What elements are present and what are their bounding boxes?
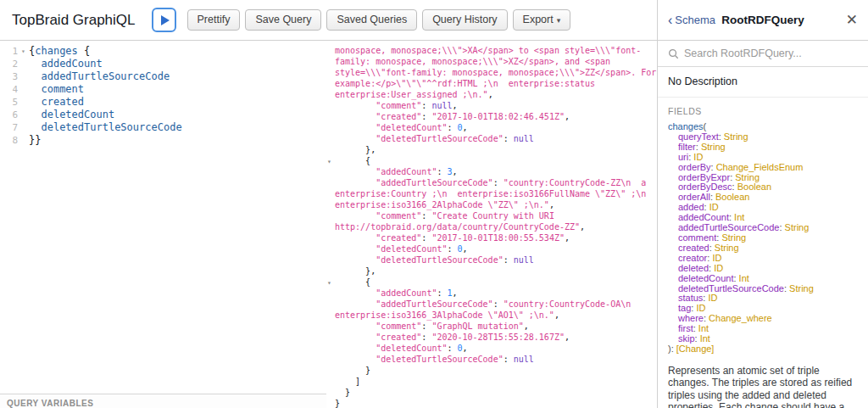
code-line: "deletedCount": 0, [328, 122, 657, 133]
doc-type-link[interactable]: Int [734, 212, 744, 222]
code-text: created [29, 96, 84, 109]
doc-type-link[interactable]: ID [696, 303, 705, 313]
prettify-button[interactable]: Prettify [187, 9, 241, 31]
query-variables-bar[interactable]: QUERY VARIABLES [0, 394, 326, 408]
code-line: "created": "2017-10-01T18:00:55.534Z", [328, 232, 657, 243]
code-line: enterprise:iso3166_2AlphaCode \"ZZ\" ;\n… [328, 199, 657, 210]
code-line: }, [328, 265, 657, 277]
code-text: }, [335, 145, 376, 154]
save-query-button[interactable]: Save Query [245, 9, 321, 31]
doc-arg-name: deletedTurtleSourceCode [678, 283, 784, 293]
code-text: enterprise:iso3166_2AlphaCode \"ZZ\" ;\n… [335, 200, 554, 210]
doc-type-link[interactable]: String [789, 283, 814, 293]
code-text: {changes { [29, 45, 90, 58]
doc-arg-name: addedTurtleSourceCode [678, 222, 779, 232]
main-column: TopBraid GraphiQL Prettify Save Query Sa… [0, 0, 657, 408]
code-line: }, [328, 144, 657, 155]
graphiql-app: TopBraid GraphiQL Prettify Save Query Sa… [0, 0, 868, 408]
code-line: "deletedTurtleSourceCode": null [328, 254, 657, 265]
code-text: example:</p>\"\"\"^^rdf:HTML ;\n enterpr… [335, 79, 595, 88]
docs-panel: ‹ Schema RootRDFQuery ✕ No Description F… [657, 0, 868, 408]
doc-type-link[interactable]: Boolean [715, 192, 749, 202]
execute-button[interactable] [152, 8, 176, 32]
fold-arrow-icon[interactable]: ▾ [18, 45, 29, 58]
code-line: family: monospace, monospace;\\\">XZ</sp… [328, 56, 657, 67]
code-line: enterprise:iso3166_3AlphaCode \"AO1\" ;\… [328, 310, 657, 321]
doc-field-name[interactable]: changes [668, 121, 704, 131]
query-history-button[interactable]: Query History [422, 9, 507, 31]
code-line: "deletedCount": 0, [328, 243, 657, 254]
doc-arg-name: orderByExpr [678, 172, 730, 182]
docs-body: No Description FIELDS changes(queryText:… [658, 67, 868, 408]
code-text: "comment": "Create Country with URI [335, 211, 554, 221]
code-line: style=\\\"font-family: monospace, monosp… [328, 67, 657, 78]
code-text: "deletedCount": 0, [335, 244, 468, 254]
doc-arg-name: comment [678, 232, 716, 243]
export-button[interactable]: Export▾ [513, 9, 571, 31]
doc-arg-name: where [678, 313, 704, 323]
doc-type-link[interactable]: ID [714, 263, 723, 273]
doc-arg-name: created [678, 243, 709, 253]
code-line: "addedCount": 3, [328, 166, 657, 177]
code-line: "comment": "Create Country with URI [328, 210, 657, 221]
saved-queries-button[interactable]: Saved Queries [326, 9, 417, 31]
code-line: 5 created [0, 96, 326, 109]
code-line: "addedTurtleSourceCode": "country:Countr… [328, 299, 657, 310]
doc-arg-name: first [678, 323, 693, 333]
docs-field-list: changes(queryText: Stringfilter: Stringu… [668, 122, 858, 355]
line-number: 8 [0, 134, 18, 147]
docs-fields-header: FIELDS [668, 106, 858, 116]
docs-close-button[interactable]: ✕ [846, 13, 858, 27]
docs-header: ‹ Schema RootRDFQuery ✕ [658, 0, 868, 41]
docs-search-input[interactable] [684, 48, 858, 59]
query-editor[interactable]: 1▾{changes {2 addedCount3 addedTurtleSou… [0, 41, 326, 408]
code-text: "deletedCount": 0, [335, 344, 468, 353]
doc-punct: ( [704, 121, 707, 131]
doc-arg-name: status [678, 293, 703, 303]
code-text: "created": "2020-10-28T15:55:28.167Z", [335, 333, 570, 342]
result-viewer[interactable]: monospace, monospace;\\\">XA</span> to <… [326, 41, 657, 408]
code-text: }, [335, 266, 376, 276]
doc-arg-name: uri [678, 152, 688, 162]
code-text: }} [29, 134, 41, 147]
code-line: "deletedTurtleSourceCode": null [328, 354, 657, 365]
doc-type-link[interactable]: String [785, 222, 810, 232]
doc-type-link[interactable]: Boolean [737, 182, 771, 192]
doc-type-link[interactable]: String [735, 172, 760, 182]
code-line: 4 comment [0, 83, 326, 96]
line-number: 7 [0, 121, 18, 134]
code-line: "deletedTurtleSourceCode": null [328, 133, 657, 144]
code-text: "created": "2017-10-01T18:02:46.451Z", [335, 112, 570, 121]
docs-back-link[interactable]: ‹ Schema [668, 14, 715, 27]
code-line: 8}} [0, 134, 326, 147]
doc-type-link[interactable]: String [715, 243, 739, 253]
code-line: ▾ { [328, 277, 657, 288]
code-line: "deletedCount": 0, [328, 343, 657, 354]
doc-type-link[interactable]: String [701, 142, 726, 152]
code-line: } [328, 365, 657, 376]
play-icon [161, 15, 170, 25]
doc-arg-name: orderAll [678, 192, 710, 202]
doc-arg-name: creator [678, 253, 707, 263]
doc-type-link[interactable]: String [724, 131, 748, 142]
doc-type-link[interactable]: Int [698, 323, 709, 333]
code-line: monospace, monospace;\\\">XA</span> to <… [328, 45, 657, 56]
code-text: enterprise:iso3166_3AlphaCode \"AO1\" ;\… [335, 310, 559, 320]
doc-type-link[interactable]: Change_FieldsEnum [716, 162, 804, 172]
line-number: 1 [0, 45, 18, 58]
code-text: enterprise:User_assigned ;\n.", [335, 90, 493, 99]
doc-type-link[interactable]: ID [693, 152, 703, 162]
doc-type-link[interactable]: ID [709, 202, 719, 212]
code-text: "deletedTurtleSourceCode": null [335, 134, 534, 143]
doc-type-link[interactable]: Int [739, 273, 749, 283]
doc-type-link[interactable]: Change_where [709, 313, 772, 323]
doc-type-link[interactable]: Int [700, 333, 710, 344]
doc-type-link[interactable]: ID [708, 293, 717, 303]
doc-type-link[interactable]: ID [712, 253, 721, 263]
code-text: "comment": "GraphQL mutation", [335, 321, 529, 331]
code-line: 7 deletedTurtleSourceCode [0, 121, 326, 134]
doc-arg-name: addedCount [678, 212, 729, 222]
doc-type-link[interactable]: [Change] [676, 344, 715, 354]
line-number: 6 [0, 109, 18, 121]
doc-type-link[interactable]: String [721, 232, 746, 243]
